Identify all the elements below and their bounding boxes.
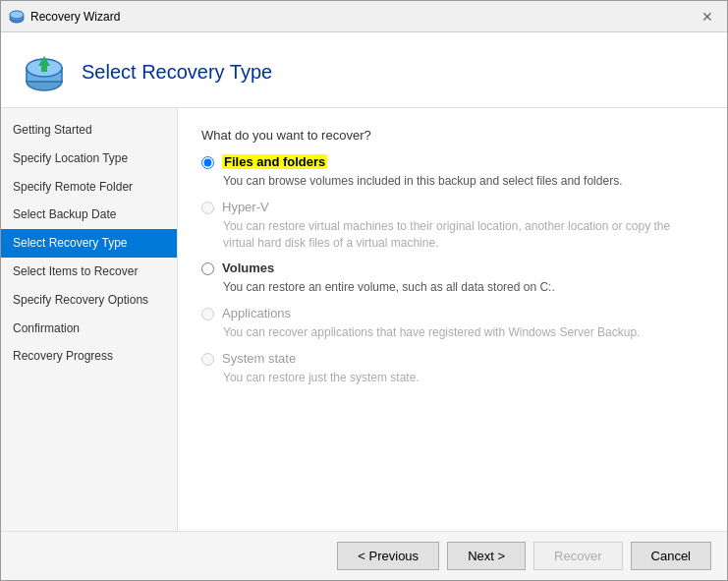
option-label-files-folders: Files and folders [222, 154, 327, 169]
titlebar-title: Recovery Wizard [30, 10, 696, 24]
sidebar-item-specify-location-type[interactable]: Specify Location Type [1, 145, 177, 173]
recover-button: Recover [533, 542, 622, 570]
window-icon [9, 9, 25, 25]
radio-files-folders[interactable] [201, 156, 214, 169]
sidebar-item-recovery-progress[interactable]: Recovery Progress [1, 342, 177, 371]
main-panel: What do you want to recover? Files and f… [178, 108, 727, 531]
option-desc-system-state: You can restore just the system state. [223, 370, 703, 386]
cancel-button[interactable]: Cancel [631, 542, 711, 570]
option-row-volumes: Volumes [201, 261, 703, 275]
option-group-hyper-v: Hyper-VYou can restore virtual machines … [201, 200, 703, 252]
titlebar: Recovery Wizard ✕ [1, 1, 727, 32]
option-row-hyper-v: Hyper-V [201, 200, 703, 214]
option-group-system-state: System stateYou can restore just the sys… [201, 351, 703, 386]
sidebar-item-confirmation[interactable]: Confirmation [1, 315, 177, 343]
header-icon [21, 48, 68, 95]
next-button[interactable]: Next > [447, 542, 526, 570]
radio-applications[interactable] [201, 308, 214, 320]
option-desc-volumes: You can restore an entire volume, such a… [223, 279, 703, 296]
svg-point-2 [10, 11, 24, 19]
options-container: Files and foldersYou can browse volumes … [201, 154, 703, 386]
option-row-applications: Applications [201, 306, 703, 320]
option-desc-files-folders: You can browse volumes included in this … [223, 173, 703, 190]
option-row-files-folders: Files and folders [201, 154, 703, 169]
option-desc-applications: You can recover applications that have r… [223, 324, 703, 341]
sidebar-item-getting-started[interactable]: Getting Started [1, 116, 177, 145]
question-text: What do you want to recover? [201, 128, 703, 143]
option-group-volumes: VolumesYou can restore an entire volume,… [201, 261, 703, 296]
option-group-files-folders: Files and foldersYou can browse volumes … [201, 154, 703, 190]
svg-rect-7 [41, 66, 47, 72]
sidebar-item-specify-recovery-options[interactable]: Specify Recovery Options [1, 286, 177, 315]
close-button[interactable]: ✕ [696, 5, 719, 29]
option-label-system-state: System state [222, 351, 296, 366]
sidebar-item-select-recovery-type: Select Recovery Type [1, 229, 177, 258]
sidebar-item-specify-remote-folder[interactable]: Specify Remote Folder [1, 173, 177, 202]
option-group-applications: ApplicationsYou can recover applications… [201, 306, 703, 341]
sidebar: Getting StartedSpecify Location TypeSpec… [1, 108, 178, 531]
previous-button[interactable]: < Previous [337, 542, 439, 570]
option-label-applications: Applications [222, 306, 291, 320]
wizard-title: Select Recovery Type [82, 61, 272, 84]
recovery-wizard-window: Recovery Wizard ✕ Select Recovery Type G… [0, 0, 728, 581]
wizard-footer: < Previous Next > Recover Cancel [1, 531, 727, 580]
radio-volumes[interactable] [201, 262, 214, 275]
sidebar-item-select-items-to-recover[interactable]: Select Items to Recover [1, 258, 177, 286]
wizard-header: Select Recovery Type [1, 32, 727, 108]
radio-hyper-v[interactable] [201, 202, 214, 214]
option-label-volumes: Volumes [222, 261, 274, 275]
option-row-system-state: System state [201, 351, 703, 366]
option-label-hyper-v: Hyper-V [222, 200, 269, 214]
option-desc-hyper-v: You can restore virtual machines to thei… [223, 218, 703, 252]
wizard-content: Getting StartedSpecify Location TypeSpec… [1, 108, 727, 531]
radio-system-state[interactable] [201, 353, 214, 366]
sidebar-item-select-backup-date[interactable]: Select Backup Date [1, 201, 177, 229]
